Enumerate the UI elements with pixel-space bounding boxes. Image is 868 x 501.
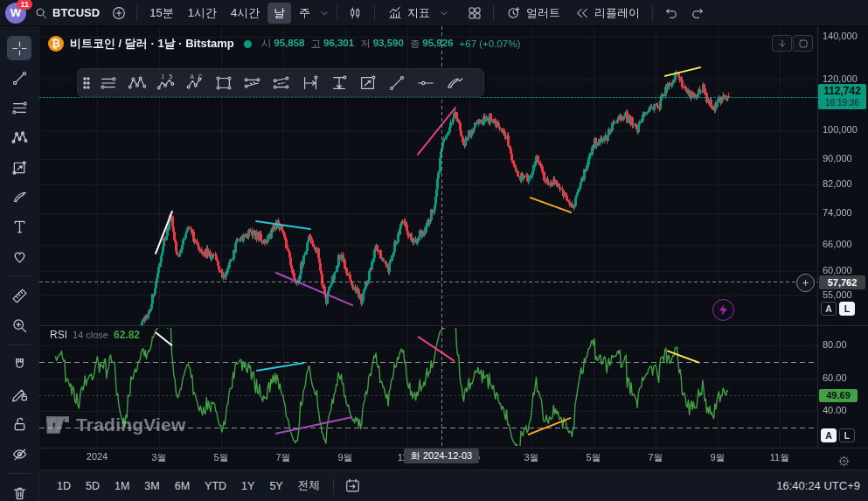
range-5d-button[interactable]: 5D [80, 478, 106, 494]
main-auto-scale-button[interactable]: A [821, 302, 837, 316]
toolbar-divider [493, 5, 494, 21]
xabcd-pattern-tool[interactable] [0, 122, 39, 152]
rsi-last-value-badge: 49.69 [819, 389, 858, 402]
xabcd-pattern-icon[interactable] [123, 71, 151, 95]
range-all-button[interactable]: 전체 [292, 477, 326, 495]
date-price-range-icon[interactable] [354, 71, 382, 95]
timeframe-4h[interactable]: 4시간 [225, 3, 266, 24]
symbol-search-button[interactable]: BTCUSD [28, 3, 106, 24]
hide-drawings-toggle[interactable] [0, 439, 39, 469]
symbol-title: 비트코인 / 달러 · 1날 · Bitstamp [70, 36, 234, 52]
disjoint-channel-icon[interactable] [267, 71, 295, 95]
svg-text:A: A [191, 73, 195, 80]
range-6m-button[interactable]: 6M [169, 478, 196, 494]
bottom-toolbar: 1D 5D 1M 3M 6M YTD 1Y 5Y 전체 16:40:24 UTC… [39, 470, 868, 501]
timeframe-1w[interactable]: 주 [293, 3, 316, 24]
rsi-auto-scale-button[interactable]: A [821, 428, 837, 442]
indicators-button[interactable]: 지표 [381, 3, 436, 24]
candle-style-button[interactable] [344, 3, 368, 24]
redo-button[interactable] [685, 3, 710, 24]
timeframe-menu-chevron-icon[interactable] [318, 7, 330, 19]
timeframe-15m[interactable]: 15분 [143, 3, 179, 24]
alert-button[interactable]: 얼러트 [500, 3, 566, 24]
low-value: 93,590 [373, 38, 404, 51]
bitcoin-icon: ₿ [48, 36, 64, 52]
rsi-params: 14 close [73, 330, 108, 340]
measure-ruler-tool[interactable] [0, 281, 39, 310]
flat-top-bottom-icon[interactable] [239, 71, 267, 95]
crosshair-date-badge: 화 2024-12-03 [404, 449, 479, 463]
pane-maximize-button[interactable] [793, 35, 813, 52]
date-range-icon[interactable] [296, 71, 324, 95]
parallel-channel-icon[interactable] [94, 71, 122, 95]
price-range-icon[interactable] [325, 71, 353, 95]
watermark-text: TradingView [76, 414, 186, 435]
replay-button[interactable]: 리플레이 [568, 3, 646, 24]
trend-line-icon[interactable] [383, 71, 411, 95]
notification-badge: 11 [17, 0, 32, 10]
rsi-legend[interactable]: RSI 14 close 62.82 [50, 329, 140, 341]
symbol-label: BTCUSD [52, 6, 100, 19]
brush-check-icon[interactable] [441, 71, 469, 95]
symbol-legend[interactable]: ₿ 비트코인 / 달러 · 1날 · Bitstamp 시 95,858 고 9… [48, 36, 520, 52]
current-price-badge[interactable]: 112,742 16:19:36 [818, 84, 866, 109]
brush-tool[interactable] [0, 182, 39, 212]
crosshair-tool[interactable] [0, 33, 39, 63]
text-tool[interactable] [0, 212, 39, 241]
timeframe-1d[interactable]: 날 [267, 3, 291, 24]
fib-retracement-tool[interactable] [0, 93, 39, 122]
toolbar-divider [374, 5, 375, 21]
clock-timezone[interactable]: 16:40:24 UTC+9 [776, 479, 860, 492]
zoom-in-tool[interactable] [0, 310, 39, 340]
high-value: 96,301 [323, 38, 354, 51]
toolbar-divider [136, 5, 137, 21]
tradingview-watermark: TradingView [46, 414, 186, 435]
go-to-date-button[interactable] [344, 477, 361, 494]
market-status-dot[interactable] [244, 40, 252, 48]
user-avatar[interactable]: W 11 [5, 3, 26, 24]
high-label: 고 [310, 38, 321, 51]
chart-region: 140,000120,000100,00090,00082,00074,0006… [39, 26, 868, 501]
add-order-plus-icon[interactable] [796, 274, 815, 292]
axis-settings-gear-icon[interactable] [835, 452, 852, 470]
toolbar-divider [652, 5, 653, 21]
lightning-trade-icon[interactable] [712, 299, 734, 321]
elliott-wave-icon[interactable]: 15 [152, 71, 180, 95]
range-ytd-button[interactable]: YTD [198, 478, 233, 494]
remove-drawings-button[interactable] [0, 478, 39, 501]
magnet-mode-toggle[interactable] [0, 350, 39, 379]
range-3m-button[interactable]: 3M [138, 478, 165, 494]
main-log-scale-button[interactable]: L [839, 302, 855, 316]
layout-grid-button[interactable] [462, 3, 487, 24]
indicators-chevron-icon[interactable] [438, 7, 450, 19]
date-price-range-tool[interactable] [0, 152, 39, 182]
rsi-log-scale-button[interactable]: L [839, 428, 855, 442]
emoji-heart-tool[interactable] [0, 241, 39, 271]
undo-button[interactable] [659, 3, 684, 24]
sidebar-divider [7, 473, 32, 474]
toolbar-divider [333, 478, 334, 494]
trend-line-tool[interactable] [0, 63, 39, 93]
timeframe-1h[interactable]: 1시간 [182, 3, 223, 24]
floating-drawing-toolbar: 15 AC [77, 68, 484, 97]
lock-all-drawings-toggle[interactable] [0, 409, 39, 439]
range-1d-button[interactable]: 1D [51, 478, 77, 494]
indicators-icon [387, 5, 403, 21]
range-1m-button[interactable]: 1M [108, 478, 135, 494]
pane-collapse-button[interactable] [772, 35, 792, 52]
svg-text:5: 5 [170, 73, 173, 80]
stay-in-drawing-mode-toggle[interactable] [0, 379, 39, 409]
compare-add-icon[interactable] [108, 3, 130, 24]
abcd-pattern-icon[interactable]: AC [181, 71, 209, 95]
indicators-label: 지표 [407, 5, 430, 21]
toolbar-drag-handle[interactable] [81, 73, 92, 93]
close-label: 종 [410, 38, 420, 51]
current-price-value: 112,742 [818, 86, 866, 97]
ohlc-values: 시 95,858 고 96,301 저 93,590 종 95,926 [261, 38, 454, 51]
range-5y-button[interactable]: 5Y [263, 478, 288, 494]
range-1y-button[interactable]: 1Y [235, 478, 260, 494]
search-icon [34, 6, 48, 20]
crosshair-price-badge: 57,762 [819, 275, 865, 289]
horizontal-ray-icon[interactable] [412, 71, 440, 95]
rectangle-icon[interactable] [210, 71, 238, 95]
